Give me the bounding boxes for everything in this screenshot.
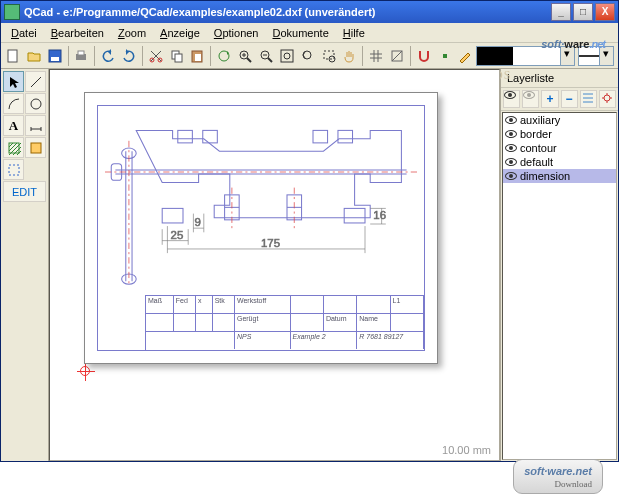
zoom-redraw-button[interactable]: [214, 45, 234, 67]
eye-icon: [505, 158, 517, 166]
svg-rect-48: [162, 208, 183, 223]
cut-button[interactable]: [146, 45, 166, 67]
dim-175: 175: [261, 237, 280, 249]
hide-all-layers-button[interactable]: [522, 90, 539, 108]
dimension-tool[interactable]: [25, 115, 46, 136]
zoom-out-button[interactable]: [256, 45, 276, 67]
download-badge[interactable]: soft·ware.net Download: [513, 459, 603, 494]
paste-button[interactable]: [188, 45, 208, 67]
svg-rect-49: [344, 208, 365, 223]
layer-panel-title: Layerliste: [501, 69, 618, 88]
svg-line-17: [268, 58, 272, 62]
print-button[interactable]: [71, 45, 91, 67]
copy-icon: [170, 49, 184, 63]
maximize-button[interactable]: □: [573, 3, 593, 21]
svg-rect-35: [313, 130, 328, 142]
main-toolbar: ▾ ▾: [1, 43, 618, 69]
svg-rect-31: [31, 143, 41, 153]
layer-panel: Layerliste + − auxiliary border contour …: [500, 69, 618, 461]
freehand-button[interactable]: [456, 45, 476, 67]
edit-tool[interactable]: EDIT: [3, 181, 46, 202]
pan-button[interactable]: [339, 45, 359, 67]
menu-file[interactable]: Datei: [5, 25, 43, 40]
layer-list: auxiliary border contour default dimensi…: [502, 112, 617, 460]
menu-edit[interactable]: Bearbeiten: [45, 25, 110, 40]
folder-icon: [27, 49, 41, 63]
line-tool[interactable]: [25, 71, 46, 92]
svg-point-66: [604, 95, 610, 101]
app-icon: [4, 4, 20, 20]
zoom-in-button[interactable]: [235, 45, 255, 67]
menu-bar: Datei Bearbeiten Zoom Anzeige Optionen D…: [1, 23, 618, 43]
circle-tool[interactable]: [25, 93, 46, 114]
pointer-tool[interactable]: [3, 71, 24, 92]
minimize-button[interactable]: _: [551, 3, 571, 21]
menu-view[interactable]: Anzeige: [154, 25, 206, 40]
refresh-icon: [217, 49, 231, 63]
eye-off-icon: [523, 91, 535, 99]
eye-icon: [505, 144, 517, 152]
layer-item[interactable]: contour: [503, 141, 616, 155]
menu-options[interactable]: Optionen: [208, 25, 265, 40]
drawing-canvas[interactable]: 25 9 175 16: [49, 69, 500, 461]
menu-zoom[interactable]: Zoom: [112, 25, 152, 40]
clipboard-icon: [190, 49, 204, 63]
layer-props-button[interactable]: [580, 90, 597, 108]
text-tool[interactable]: A: [3, 115, 24, 136]
scissors-icon: [149, 49, 163, 63]
remove-layer-button[interactable]: −: [561, 90, 578, 108]
svg-point-21: [303, 51, 311, 59]
zoom-window-icon: [322, 49, 336, 63]
origin-marker: [80, 366, 90, 376]
snap-end-button[interactable]: [435, 45, 455, 67]
zoom-fit-button[interactable]: [277, 45, 297, 67]
add-layer-button[interactable]: +: [541, 90, 558, 108]
layer-item[interactable]: dimension: [503, 169, 616, 183]
snap-button[interactable]: [414, 45, 434, 67]
save-button[interactable]: [45, 45, 65, 67]
layer-edit-button[interactable]: [599, 90, 616, 108]
select-tool[interactable]: [3, 159, 24, 180]
new-file-button[interactable]: [3, 45, 23, 67]
hand-icon: [342, 49, 356, 63]
layer-item[interactable]: default: [503, 155, 616, 169]
open-file-button[interactable]: [24, 45, 44, 67]
redo-button[interactable]: [119, 45, 139, 67]
cursor-icon: [7, 75, 21, 89]
svg-rect-36: [338, 130, 353, 142]
svg-rect-33: [178, 130, 193, 142]
svg-rect-34: [203, 130, 218, 142]
menu-help[interactable]: Hilfe: [337, 25, 371, 40]
title-block: Maß Fed x Stk Werkstoff L1: [145, 295, 425, 351]
close-button[interactable]: X: [595, 3, 615, 21]
zoom-prev-button[interactable]: [298, 45, 318, 67]
svg-rect-10: [195, 54, 201, 61]
show-all-layers-button[interactable]: [503, 90, 520, 108]
svg-rect-8: [175, 54, 182, 62]
copy-button[interactable]: [167, 45, 187, 67]
zoom-in-icon: [238, 49, 252, 63]
hatch-tool[interactable]: [3, 137, 24, 158]
zoom-window-button[interactable]: [319, 45, 339, 67]
svg-line-27: [31, 77, 41, 87]
drawing-sheet: 25 9 175 16: [84, 92, 438, 364]
svg-rect-19: [281, 50, 293, 62]
layer-item[interactable]: auxiliary: [503, 113, 616, 127]
svg-line-13: [247, 58, 251, 62]
floppy-icon: [48, 49, 62, 63]
svg-rect-0: [8, 50, 17, 62]
edit-label: EDIT: [12, 186, 37, 198]
undo-button[interactable]: [98, 45, 118, 67]
draft-toggle-button[interactable]: [387, 45, 407, 67]
insert-tool[interactable]: [25, 137, 46, 158]
line-icon: [29, 75, 43, 89]
menu-documents[interactable]: Dokumente: [266, 25, 334, 40]
grid-toggle-button[interactable]: [366, 45, 386, 67]
svg-rect-26: [443, 54, 447, 58]
title-bar: QCad - e:/Programme/QCad/examples/exampl…: [1, 1, 618, 23]
arc-tool[interactable]: [3, 93, 24, 114]
layer-item[interactable]: border: [503, 127, 616, 141]
svg-point-28: [31, 99, 41, 109]
technical-drawing: 25 9 175 16: [105, 103, 417, 293]
dim-16: 16: [373, 209, 386, 221]
